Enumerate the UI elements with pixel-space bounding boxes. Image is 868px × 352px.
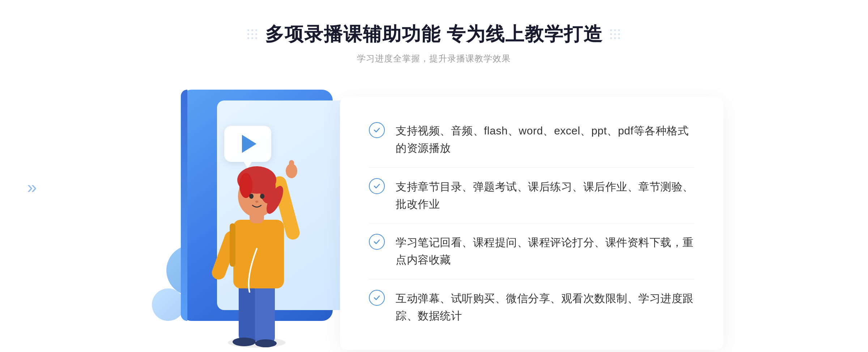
check-icon-3: [369, 234, 385, 250]
svg-rect-19: [230, 223, 235, 267]
circle-decoration-2: [152, 288, 184, 321]
svg-rect-18: [289, 160, 294, 173]
check-icon-2: [369, 178, 385, 194]
feature-item-2: 支持章节目录、弹题考试、课后练习、课后作业、章节测验、批改作业: [369, 171, 694, 220]
divider-2: [369, 223, 694, 223]
check-icon-4: [369, 290, 385, 306]
divider-3: [369, 279, 694, 279]
content-area: 支持视频、音频、flash、word、excel、ppt、pdf等各种格式的资源…: [145, 82, 723, 352]
svg-point-4: [255, 339, 277, 347]
features-panel: 支持视频、音频、flash、word、excel、ppt、pdf等各种格式的资源…: [340, 97, 723, 350]
svg-rect-5: [233, 220, 284, 288]
person-figure: [199, 140, 315, 350]
svg-point-3: [233, 338, 256, 346]
feature-item-4: 互动弹幕、试听购买、微信分享、观看次数限制、学习进度跟踪、数据统计: [369, 283, 694, 332]
feature-text-4: 互动弹幕、试听购买、微信分享、观看次数限制、学习进度跟踪、数据统计: [396, 290, 694, 325]
check-icon-1: [369, 122, 385, 138]
title-dots-right: [610, 29, 621, 40]
divider-1: [369, 167, 694, 168]
main-title: 多项录播课辅助功能 专为线上教学打造: [265, 22, 603, 47]
svg-rect-2: [255, 281, 275, 344]
feature-text-3: 学习笔记回看、课程提问、课程评论打分、课件资料下载，重点内容收藏: [396, 234, 694, 269]
chevron-left-decoration: »: [27, 177, 37, 197]
page-subtitle: 学习进度全掌握，提升录播课教学效果: [247, 53, 621, 64]
illustration-panel: [145, 90, 354, 350]
svg-point-14: [249, 194, 254, 199]
page-header: 多项录播课辅助功能 专为线上教学打造 学习进度全掌握，提升录播课教学效果: [247, 22, 621, 64]
svg-point-16: [255, 201, 258, 203]
feature-text-1: 支持视频、音频、flash、word、excel、ppt、pdf等各种格式的资源…: [396, 122, 694, 157]
feature-item-3: 学习笔记回看、课程提问、课程评论打分、课件资料下载，重点内容收藏: [369, 227, 694, 276]
vertical-stripe: [181, 90, 187, 321]
title-dots-left: [247, 29, 258, 40]
svg-point-15: [260, 194, 264, 199]
page-wrapper: 多项录播课辅助功能 专为线上教学打造 学习进度全掌握，提升录播课教学效果 »: [0, 0, 868, 352]
feature-text-2: 支持章节目录、弹题考试、课后练习、课后作业、章节测验、批改作业: [396, 178, 694, 213]
feature-item-1: 支持视频、音频、flash、word、excel、ppt、pdf等各种格式的资源…: [369, 115, 694, 164]
header-decoration: 多项录播课辅助功能 专为线上教学打造: [247, 22, 621, 47]
